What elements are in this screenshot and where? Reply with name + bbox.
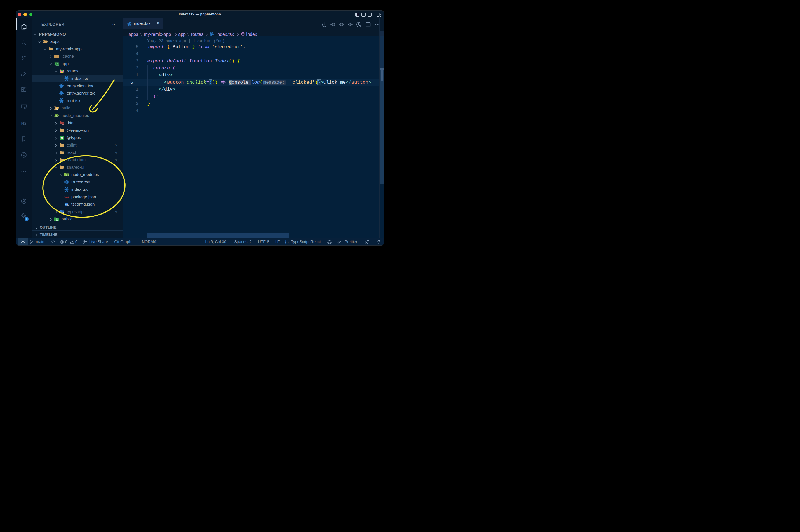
svg-text:N: N — [21, 120, 24, 125]
svg-text:JS: JS — [57, 115, 58, 117]
svg-text:JS: JS — [66, 174, 69, 176]
svg-text:TS: TS — [61, 211, 64, 213]
svg-text:TS: TS — [60, 137, 63, 139]
svg-text:npm: npm — [65, 196, 69, 198]
svg-text:10: 10 — [62, 124, 63, 125]
